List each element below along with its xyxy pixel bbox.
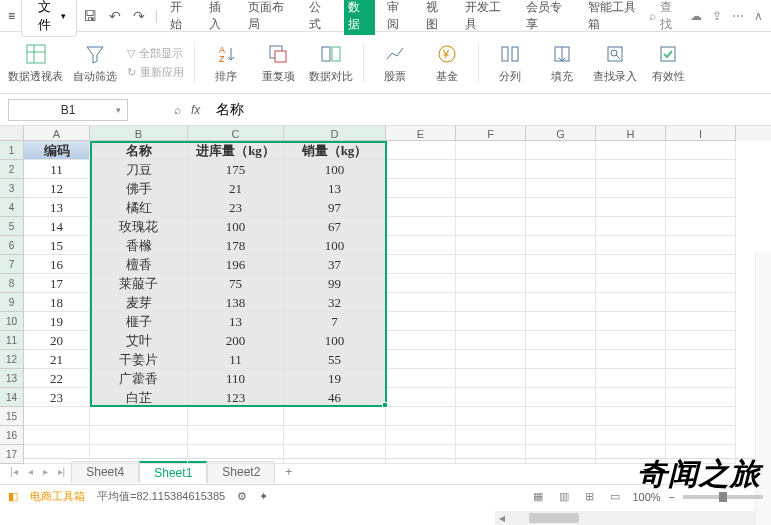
cell-H15[interactable]	[596, 407, 666, 426]
cell-A12[interactable]: 21	[24, 350, 90, 369]
cell-G15[interactable]	[526, 407, 596, 426]
cell-D10[interactable]: 7	[284, 312, 386, 331]
file-menu-button[interactable]: 文件 ▾	[21, 0, 77, 37]
cell-C14[interactable]: 123	[188, 388, 284, 407]
cell-G10[interactable]	[526, 312, 596, 331]
cell-C16[interactable]	[188, 426, 284, 445]
cell-G11[interactable]	[526, 331, 596, 350]
cell-D13[interactable]: 19	[284, 369, 386, 388]
cell-E14[interactable]	[386, 388, 456, 407]
cell-F11[interactable]	[456, 331, 526, 350]
cell-A7[interactable]: 16	[24, 255, 90, 274]
row-header-3[interactable]: 3	[0, 179, 24, 198]
cell-E10[interactable]	[386, 312, 456, 331]
ribbon-text-to-columns[interactable]: 分列	[489, 41, 531, 84]
cell-I2[interactable]	[666, 160, 736, 179]
row-header-8[interactable]: 8	[0, 274, 24, 293]
cell-I16[interactable]	[666, 426, 736, 445]
cell-I14[interactable]	[666, 388, 736, 407]
cell-F8[interactable]	[456, 274, 526, 293]
cell-A14[interactable]: 23	[24, 388, 90, 407]
row-header-2[interactable]: 2	[0, 160, 24, 179]
cell-A9[interactable]: 18	[24, 293, 90, 312]
cell-C15[interactable]	[188, 407, 284, 426]
redo-icon[interactable]: ↷	[133, 8, 145, 24]
cell-G1[interactable]	[526, 141, 596, 160]
cell-H12[interactable]	[596, 350, 666, 369]
cell-B6[interactable]: 香橼	[90, 236, 188, 255]
cell-G14[interactable]	[526, 388, 596, 407]
cell-F2[interactable]	[456, 160, 526, 179]
zoom-out-icon[interactable]: −	[669, 491, 675, 503]
ribbon-validity[interactable]: 有效性	[647, 41, 689, 84]
column-header-A[interactable]: A	[24, 126, 90, 141]
ribbon-pivot-table[interactable]: 数据透视表	[8, 41, 63, 84]
cell-H10[interactable]	[596, 312, 666, 331]
cell-I13[interactable]	[666, 369, 736, 388]
cell-E7[interactable]	[386, 255, 456, 274]
row-header-5[interactable]: 5	[0, 217, 24, 236]
row-header-4[interactable]: 4	[0, 198, 24, 217]
cell-C12[interactable]: 11	[188, 350, 284, 369]
view-normal-icon[interactable]: ▦	[529, 490, 547, 503]
cell-B13[interactable]: 广藿香	[90, 369, 188, 388]
cell-E12[interactable]	[386, 350, 456, 369]
column-header-B[interactable]: B	[90, 126, 188, 141]
cell-E2[interactable]	[386, 160, 456, 179]
cell-I5[interactable]	[666, 217, 736, 236]
cell-F17[interactable]	[456, 445, 526, 464]
horizontal-scrollbar[interactable]: ◂	[495, 511, 755, 525]
cell-H5[interactable]	[596, 217, 666, 236]
cell-D12[interactable]: 55	[284, 350, 386, 369]
menu-tab-3[interactable]: 公式	[305, 0, 336, 35]
cell-E17[interactable]	[386, 445, 456, 464]
cancel-icon[interactable]: ⌕	[174, 103, 181, 117]
cell-A13[interactable]: 22	[24, 369, 90, 388]
cell-A11[interactable]: 20	[24, 331, 90, 350]
menu-tab-5[interactable]: 审阅	[383, 0, 414, 35]
cell-E3[interactable]	[386, 179, 456, 198]
cell-D4[interactable]: 97	[284, 198, 386, 217]
menu-tab-9[interactable]: 智能工具箱	[584, 0, 649, 35]
cell-H6[interactable]	[596, 236, 666, 255]
undo-icon[interactable]: ↶	[109, 8, 121, 24]
ribbon-fill[interactable]: 填充	[541, 41, 583, 84]
cell-B17[interactable]	[90, 445, 188, 464]
cell-D16[interactable]	[284, 426, 386, 445]
cell-D2[interactable]: 100	[284, 160, 386, 179]
cells-area[interactable]: 编码名称进库量（kg）销量（kg）11刀豆17510012佛手211313橘红2…	[24, 141, 736, 464]
view-page-icon[interactable]: ▥	[555, 490, 573, 503]
menu-tab-8[interactable]: 会员专享	[522, 0, 576, 35]
cell-D3[interactable]: 13	[284, 179, 386, 198]
cell-I17[interactable]	[666, 445, 736, 464]
ribbon-dedup[interactable]: 重复项	[257, 41, 299, 84]
cell-B1[interactable]: 名称	[90, 141, 188, 160]
cell-A15[interactable]	[24, 407, 90, 426]
view-break-icon[interactable]: ⊞	[581, 490, 598, 503]
column-header-D[interactable]: D	[284, 126, 386, 141]
cell-G4[interactable]	[526, 198, 596, 217]
cell-B9[interactable]: 麦芽	[90, 293, 188, 312]
cell-E1[interactable]	[386, 141, 456, 160]
cell-I10[interactable]	[666, 312, 736, 331]
row-header-15[interactable]: 15	[0, 407, 24, 426]
row-header-9[interactable]: 9	[0, 293, 24, 312]
cell-E8[interactable]	[386, 274, 456, 293]
cell-H16[interactable]	[596, 426, 666, 445]
formula-input[interactable]	[206, 102, 763, 118]
search-box[interactable]: ⌕ 查找	[649, 0, 680, 33]
cell-G7[interactable]	[526, 255, 596, 274]
cell-B3[interactable]: 佛手	[90, 179, 188, 198]
cell-D8[interactable]: 99	[284, 274, 386, 293]
cloud-icon[interactable]: ☁	[690, 9, 702, 23]
name-box[interactable]: B1	[8, 99, 128, 121]
cell-C11[interactable]: 200	[188, 331, 284, 350]
cell-C17[interactable]	[188, 445, 284, 464]
row-header-10[interactable]: 10	[0, 312, 24, 331]
cell-G5[interactable]	[526, 217, 596, 236]
cell-D14[interactable]: 46	[284, 388, 386, 407]
cell-H11[interactable]	[596, 331, 666, 350]
ribbon-auto-filter[interactable]: 自动筛选	[73, 41, 117, 84]
menu-tab-6[interactable]: 视图	[422, 0, 453, 35]
ribbon-reapply[interactable]: ↻重新应用	[127, 65, 184, 80]
